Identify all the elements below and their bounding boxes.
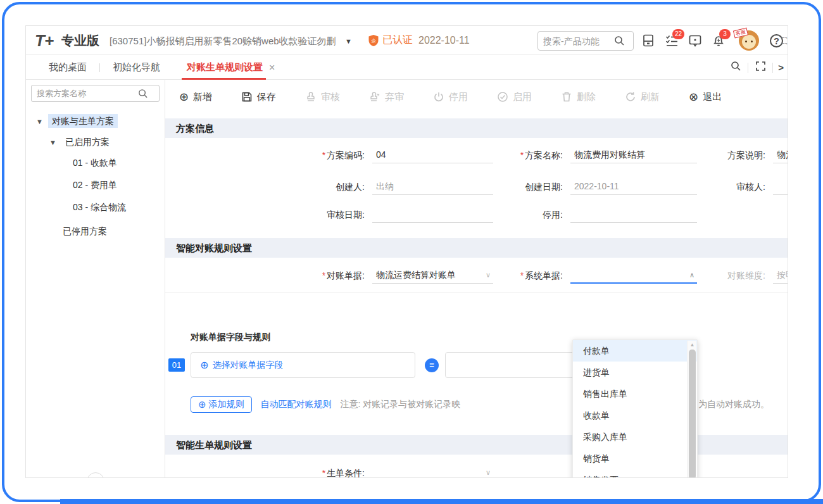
workbench-icon[interactable] xyxy=(641,34,655,47)
system-doc-select[interactable]: ∧ xyxy=(570,267,697,284)
search-icon[interactable] xyxy=(614,35,625,46)
tab-init-nav[interactable]: 初始化导航 xyxy=(109,61,164,73)
dropdown-option[interactable]: 收款单 xyxy=(573,405,697,426)
tab-bar: 我的桌面 初始化导航 对账生单规则设置 × > xyxy=(26,55,788,80)
product-search-box[interactable] xyxy=(537,31,634,51)
pick-field-link[interactable]: ⊕选择对账单据字段 xyxy=(200,359,283,371)
recon-fields-subtitle: 对账单据字段与规则 xyxy=(191,332,270,343)
tree-label[interactable]: 02 - 费用单 xyxy=(69,178,121,192)
add-rule-row: ⊕添加规则 自动匹配对账规则 注意: 对账记录与被对账记录映 xyxy=(191,396,460,413)
tab-my-desktop[interactable]: 我的桌面 xyxy=(45,61,91,73)
dropdown-option[interactable]: 采购入库单 xyxy=(573,426,697,448)
field-label: 对账维度: xyxy=(689,267,765,284)
tree-label[interactable]: 已停用方案 xyxy=(59,224,111,238)
todo-list-icon[interactable]: 22 xyxy=(665,34,679,47)
support-mascot[interactable]: 客服 xyxy=(735,29,760,52)
app-header: T+ 专业版 [630751]小畅报销启用新零售20赊销web收款验证勿删 ▼ … xyxy=(26,26,788,55)
save-button[interactable]: 保存 xyxy=(241,91,276,103)
unaudit-button[interactable]: 弃审 xyxy=(369,91,404,103)
gen-condition-select[interactable]: ∨ xyxy=(372,465,493,478)
save-icon xyxy=(241,91,253,103)
chevron-down-icon[interactable]: ▼ xyxy=(345,37,352,45)
field-label: 生单条件: xyxy=(295,465,365,478)
plan-sidebar: ▼对账与生单方案 ▼已启用方案 01 - 收款单 02 - 费用单 03 - 综… xyxy=(26,80,165,478)
toolbar: ⊕新增 保存 审核 弃审 停用 启用 删 xyxy=(165,80,788,114)
rule-index-badge: 01 xyxy=(168,358,185,372)
notification-bell-icon[interactable]: 3 xyxy=(712,34,726,47)
add-rule-button[interactable]: ⊕添加规则 xyxy=(191,396,252,413)
exit-button[interactable]: ⊗退出 xyxy=(689,91,722,103)
tab-recon-rule-settings[interactable]: 对账生单规则设置 × xyxy=(182,55,280,80)
tab-separator xyxy=(99,63,100,72)
tree-label[interactable]: 已启用方案 xyxy=(61,135,113,149)
app-window: T+ 专业版 [630751]小畅报销启用新零售20赊销web收款验证勿删 ▼ … xyxy=(25,25,788,478)
plan-search-input[interactable] xyxy=(37,89,138,98)
stamp-icon xyxy=(305,91,317,103)
field-label: 审核人: xyxy=(689,179,765,195)
refresh-button[interactable]: 刷新 xyxy=(625,91,660,103)
tree-label[interactable]: 01 - 收款单 xyxy=(69,156,121,170)
equals-operator-icon[interactable]: = xyxy=(425,358,439,372)
field-label: 方案编码: xyxy=(295,147,365,163)
chevron-right-icon[interactable]: > xyxy=(778,62,784,73)
create-date-field: 2022-10-11 xyxy=(570,179,697,195)
tab-search-icon[interactable] xyxy=(729,61,743,74)
scrollbar-thumb[interactable] xyxy=(689,350,696,478)
delete-button[interactable]: 删除 xyxy=(561,91,596,103)
field-label: 停用: xyxy=(487,206,563,223)
stop-field xyxy=(570,206,697,223)
audit-button[interactable]: 审核 xyxy=(305,91,340,103)
search-icon[interactable] xyxy=(138,89,148,99)
product-search-input[interactable] xyxy=(543,36,614,46)
dropdown-option[interactable]: 销售发票 xyxy=(573,469,697,478)
product-logo: T+ xyxy=(35,31,53,51)
trash-icon xyxy=(561,91,572,103)
enable-button[interactable]: 启用 xyxy=(497,91,532,103)
tree-label[interactable]: 03 - 综合物流 xyxy=(69,200,130,214)
dropdown-option[interactable]: 销售出库单 xyxy=(573,383,697,405)
fullscreen-icon[interactable] xyxy=(753,61,767,74)
plan-search-box[interactable] xyxy=(31,85,160,102)
plus-circle-icon: ⊕ xyxy=(200,359,208,371)
section-plan-info-title: 方案信息 xyxy=(165,118,788,138)
plan-desc-input[interactable]: 物流费对账后生成费用单 xyxy=(773,147,788,163)
tree-node-enabled-plans[interactable]: ▼已启用方案 xyxy=(49,134,113,150)
scroll-up-icon[interactable]: ▲ xyxy=(688,342,697,348)
caret-down-icon[interactable]: ▼ xyxy=(36,118,43,125)
sidebar-collapse-button[interactable] xyxy=(87,472,104,478)
tree-node-plan-01[interactable]: 01 - 收款单 xyxy=(69,154,121,171)
page: T+ 专业版 [630751]小畅报销启用新零售20赊销web收款验证勿删 ▼ … xyxy=(0,0,823,504)
message-icon[interactable] xyxy=(688,34,702,47)
tab-close-icon[interactable]: × xyxy=(269,62,275,73)
divider xyxy=(772,63,773,73)
tree-node-disabled-plans[interactable]: 已停用方案 xyxy=(59,223,111,239)
tree-node-plan-03[interactable]: 03 - 综合物流 xyxy=(69,199,130,215)
divider xyxy=(165,293,788,293)
recon-doc-select[interactable]: 物流运费结算对账单∨ xyxy=(372,267,493,284)
recon-field-picker[interactable]: ⊕选择对账单据字段 xyxy=(191,352,415,378)
rule-note-left: 注意: 对账记录与被对账记录映 xyxy=(341,399,461,410)
disable-button[interactable]: 停用 xyxy=(433,91,468,103)
add-button[interactable]: ⊕新增 xyxy=(179,91,212,103)
tree-node-plan-02[interactable]: 02 - 费用单 xyxy=(69,177,121,193)
dropdown-scrollbar[interactable]: ▲ ▼ xyxy=(687,341,696,478)
plan-name-input[interactable]: 物流费用对账结算 xyxy=(570,147,697,163)
dropdown-option[interactable]: 付款单 xyxy=(573,340,697,362)
stamp-x-icon xyxy=(369,91,380,103)
field-label: 方案名称: xyxy=(487,147,563,163)
dropdown-option[interactable]: 进货单 xyxy=(573,362,697,383)
tree-label[interactable]: 对账与生单方案 xyxy=(48,114,118,128)
tab-bar-tools: > xyxy=(729,55,784,80)
tree-node-root[interactable]: ▼对账与生单方案 xyxy=(36,113,118,129)
caret-down-icon[interactable]: ▼ xyxy=(49,139,56,146)
account-switcher[interactable]: [630751]小畅报销启用新零售20赊销web收款验证勿删 xyxy=(110,35,336,47)
recon-dim-select[interactable]: 按明细∨ xyxy=(773,267,788,284)
field-label: 方案说明: xyxy=(689,147,765,163)
section-recon-rules-title: 智能对账规则设置 xyxy=(165,238,788,258)
auto-match-link[interactable]: 自动匹配对账规则 xyxy=(261,399,332,410)
chevron-down-icon[interactable]: ∨ xyxy=(486,465,491,478)
shield-icon: 企 xyxy=(368,34,379,47)
plan-code-input[interactable]: 04 xyxy=(372,147,493,163)
edition-label: 专业版 xyxy=(61,32,99,49)
dropdown-option[interactable]: 销货单 xyxy=(573,448,697,469)
